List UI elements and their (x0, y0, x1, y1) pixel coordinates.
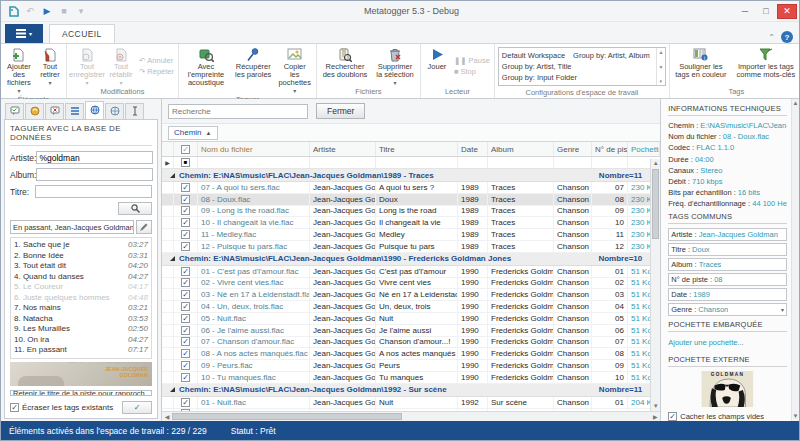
album-field[interactable] (36, 168, 153, 181)
row-checkbox[interactable]: ✓ (174, 182, 198, 193)
row-checkbox[interactable]: ✓ (174, 289, 198, 300)
scroll-right-icon[interactable]: ▶ (650, 413, 660, 420)
tag-field[interactable]: Artiste : Jean-Jacques Goldman (668, 228, 787, 241)
table-row[interactable]: ✓01 - C'est pas d'l'amour.flacJean-Jacqu… (162, 266, 660, 278)
scroll-down-icon[interactable]: ▼ (653, 402, 659, 411)
workspace-scroll-down-icon[interactable]: ▼ (658, 64, 663, 70)
search-input[interactable] (168, 104, 308, 119)
tool-tab-web-secondary[interactable] (105, 103, 124, 119)
table-row[interactable]: ✓05 - Nuit.flacJean-Jacques GoldmanNuit1… (162, 313, 660, 325)
remove-all-button[interactable]: Tout retirer▾ (36, 45, 64, 95)
genre-dropdown-caret-icon[interactable]: ▾ (781, 306, 784, 313)
track-list-item[interactable]: 4. Quand tu danses04:27 (14, 272, 148, 283)
group-expander-icon[interactable] (170, 256, 175, 261)
table-row[interactable]: ✓09 - Long is the road.flacJean-Jacques … (162, 206, 660, 218)
track-list-item[interactable]: 7. Nos mains03:21 (14, 303, 148, 314)
lyrics-button[interactable]: Récupérer les paroles (232, 45, 274, 95)
tag-field[interactable]: N° de piste : 08 (668, 273, 787, 286)
row-checkbox[interactable]: ✓ (174, 217, 198, 228)
restore-all-button[interactable]: Tout rétablir▾ (106, 45, 136, 87)
play-icon[interactable]: ▶ (40, 4, 54, 18)
collapse-ribbon-icon[interactable]: ⌃ (768, 33, 775, 42)
tool-tab-rename[interactable] (125, 103, 144, 119)
table-row[interactable]: ✓10 - Il changeait la vie.flacJean-Jacqu… (162, 217, 660, 229)
tag-field[interactable]: Genre : Chanson▾ (668, 303, 787, 316)
match-mode-dropdown[interactable]: Retenir le titre de la piste pour rappro… (10, 390, 152, 396)
tool-tab-database-web[interactable] (85, 101, 104, 119)
filter-checkbox[interactable]: ■ (174, 157, 198, 168)
group-header-row[interactable]: Chemin: E:\NAS\music\FLAC\Jean-Jacques G… (162, 253, 660, 266)
tag-field[interactable]: Date : 1989 (668, 288, 787, 301)
workspace-expand-icon[interactable]: ▾ (660, 78, 663, 84)
track-list-item[interactable]: 2. Bonne Idée03:31 (14, 251, 148, 262)
release-selector[interactable]: En passant, Jean-Jacques Goldman ▾ (10, 220, 134, 234)
header-title[interactable]: Titre (376, 142, 458, 156)
row-checkbox[interactable]: ✓ (174, 372, 198, 383)
table-row[interactable]: ✓06 - Je l'aime aussi.flacJean-Jacques G… (162, 325, 660, 337)
table-row[interactable]: ✓08 - Doux.flacJean-Jacques GoldmanDoux1… (162, 194, 660, 206)
table-row[interactable]: ✓03 - Né en 17 à Leidenstadt.flacJean-Ja… (162, 289, 660, 301)
artist-field[interactable] (36, 151, 153, 164)
header-cover[interactable]: Pochette (628, 142, 660, 156)
table-row[interactable]: ✓02 - Vivre cent vies.flacJean-Jacques G… (162, 278, 660, 290)
app-logo-icon[interactable] (6, 4, 20, 18)
stop-button[interactable]: ■Stop (452, 67, 492, 76)
row-checkbox[interactable]: ✓ (174, 360, 198, 371)
tag-field[interactable]: Titre : Doux (668, 243, 787, 256)
group-by-chemin-chip[interactable]: Chemin ▲ (168, 126, 218, 140)
group-header-row[interactable]: Chemin: E:\NAS\music\FLAC\Jean-Jacques G… (162, 384, 660, 397)
table-row[interactable]: ✓08 - A nos actes manqués.flacJean-Jacqu… (162, 348, 660, 360)
pause-button[interactable]: ❚❚Pause (452, 56, 492, 65)
track-list-item[interactable]: 11. En passant07:17 (14, 345, 148, 356)
group-header-row[interactable]: Chemin: E:\NAS\music\FLAC\Jean-Jacques G… (162, 169, 660, 182)
undo-icon[interactable]: ↶ (23, 4, 37, 18)
edit-release-button[interactable] (136, 220, 152, 234)
table-row[interactable]: ✓07 - Chanson d'amour.flacJean-Jacques G… (162, 337, 660, 349)
row-checkbox[interactable]: ✓ (174, 206, 198, 217)
table-row[interactable]: ✓10 - Tu manques.flacJean-Jacques Goldma… (162, 372, 660, 384)
maximize-button[interactable]: □ (756, 4, 776, 19)
tool-tab-tag-bubble[interactable] (5, 103, 24, 119)
play-button[interactable]: Jouer (423, 45, 451, 87)
hide-empty-fields-checkbox[interactable]: ✓ (668, 412, 677, 421)
horizontal-scrollbar[interactable]: ◀ ▶ (162, 411, 660, 421)
track-list-item[interactable]: 6. Juste quelques hommes04:48 (14, 293, 148, 304)
row-checkbox[interactable]: ✓ (174, 325, 198, 336)
track-list-item[interactable]: 1. Sache que je03:27 (14, 240, 148, 251)
tab-accueil[interactable]: ACCUEIL (49, 24, 115, 43)
table-row[interactable]: ✓09 - Peurs.flacJean-Jacques GoldmanPeur… (162, 360, 660, 372)
scroll-up-icon[interactable]: ▲ (653, 159, 659, 168)
header-album[interactable]: Album (488, 142, 554, 156)
stop-icon[interactable]: ■ (57, 4, 71, 18)
delete-selection-button[interactable]: Supprimer la sélection▾ (372, 45, 418, 87)
table-row[interactable]: ✓07 - A quoi tu sers.flacJean-Jacques Go… (162, 182, 660, 194)
redo-button[interactable]: ↷Répéter (137, 67, 176, 76)
underline-tags-button[interactable]: i Souligner les tags en couleur (672, 45, 730, 87)
vscroll-thumb[interactable] (652, 169, 659, 239)
tool-tab-auto-tag[interactable] (25, 103, 44, 119)
app-menu-button[interactable]: ▾ (5, 24, 43, 43)
scroll-left-icon[interactable]: ◀ (162, 413, 172, 420)
import-keywords-button[interactable]: Importer les tags comme mots-clés (731, 45, 800, 87)
tool-tab-bubble-remove[interactable] (45, 103, 64, 119)
header-genre[interactable]: Genre (554, 142, 592, 156)
workspace-config-item[interactable]: Group by: Artist, Title (502, 61, 572, 72)
track-list-item[interactable]: 9. Les Murailles02:50 (14, 324, 148, 335)
vertical-scrollbar[interactable]: ▲ ▼ (650, 159, 660, 411)
close-button[interactable]: ✕ (777, 4, 797, 19)
help-icon[interactable]: ? (781, 31, 793, 43)
select-all-checkbox[interactable]: ✓ (174, 142, 198, 156)
track-list-item[interactable]: 5. Le Coureur04:17 (14, 282, 148, 293)
overwrite-tags-checkbox[interactable]: ✓ (10, 403, 19, 412)
workspace-config-item[interactable]: Group by: Input Folder (502, 72, 577, 83)
track-list-item[interactable]: 10. On ira04:27 (14, 335, 148, 346)
group-expander-icon[interactable] (170, 387, 175, 392)
db-search-button[interactable] (118, 202, 152, 215)
row-checkbox[interactable]: ✓ (174, 241, 198, 252)
workspace-scrollbar[interactable]: ▲ ▼ ▾ (656, 48, 665, 85)
minimize-button[interactable]: ─ (735, 4, 755, 19)
workspace-config-item[interactable]: Group by: Artist, Album (573, 50, 650, 61)
add-cover-link[interactable]: Ajouter une pochette... (668, 338, 787, 347)
qat-dropdown-caret-icon[interactable]: ▾ (74, 4, 88, 18)
row-checkbox[interactable]: ✓ (174, 337, 198, 348)
